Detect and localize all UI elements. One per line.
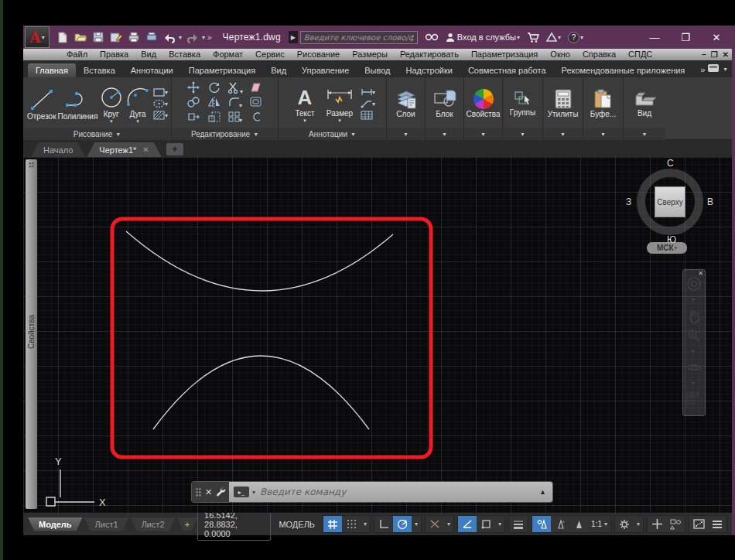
- grid-toggle[interactable]: [323, 516, 342, 532]
- open-file-button[interactable]: [74, 30, 87, 44]
- isodraft-dropdown[interactable]: ▾: [444, 516, 453, 532]
- panel-groups-footer[interactable]: ▼: [503, 128, 542, 140]
- ribbon-tab-insert[interactable]: Вставка: [76, 63, 123, 77]
- hatch-button[interactable]: ▾: [153, 111, 168, 120]
- panel-view-footer[interactable]: ▼: [624, 128, 665, 140]
- command-input[interactable]: [260, 487, 535, 497]
- isodraft-toggle[interactable]: [426, 516, 444, 532]
- polar-dropdown[interactable]: ▾: [412, 516, 421, 532]
- menu-file[interactable]: Файл: [60, 49, 94, 60]
- undo-dropdown[interactable]: ▾: [179, 34, 182, 41]
- menu-format[interactable]: Формат: [207, 49, 249, 60]
- osnap-toggle[interactable]: [477, 516, 495, 532]
- command-input-area[interactable]: ▸_ ▾ ▲: [229, 482, 552, 502]
- doc-restore-button[interactable]: ❐: [711, 50, 718, 59]
- panel-layers-footer[interactable]: ▼: [387, 128, 425, 140]
- annotation-scale-icon[interactable]: [569, 516, 588, 532]
- stretch-button[interactable]: [187, 111, 200, 125]
- navigation-wheel-button[interactable]: [686, 276, 702, 292]
- rectangle-button[interactable]: ▾: [153, 87, 168, 97]
- polyline-button[interactable]: Полилиния: [58, 87, 97, 121]
- trim-button[interactable]: ▾: [227, 81, 243, 97]
- osnap-dropdown[interactable]: ▾: [495, 516, 504, 532]
- navbar-close-icon[interactable]: ✕: [698, 270, 703, 277]
- panel-clipboard-footer[interactable]: ▼: [583, 128, 623, 140]
- annotation-autoscale-toggle[interactable]: [551, 516, 569, 532]
- search-input[interactable]: [300, 31, 418, 44]
- command-expand-icon[interactable]: ▲: [539, 488, 546, 496]
- command-close-icon[interactable]: ✕: [205, 487, 212, 497]
- new-tab-button[interactable]: +: [166, 143, 183, 155]
- mirror-button[interactable]: [208, 97, 220, 111]
- ribbon-minimize-button[interactable]: [708, 64, 720, 74]
- gear-dropdown[interactable]: ▾: [634, 516, 643, 532]
- ribbon-tab-output[interactable]: Вывод: [357, 63, 398, 77]
- ribbon-tab-parametric[interactable]: Параметризация: [181, 63, 263, 77]
- text-button[interactable]: A Текст ▾: [289, 85, 320, 122]
- clean-screen-button[interactable]: [689, 516, 708, 532]
- chevron-down-icon[interactable]: ▾: [252, 489, 255, 496]
- ribbon-tab-manage[interactable]: Управление: [294, 63, 357, 77]
- zoom-button[interactable]: [686, 328, 702, 343]
- save-button[interactable]: [91, 30, 105, 44]
- palette-grip[interactable]: ●●●●: [29, 162, 34, 168]
- circle-button[interactable]: Круг ▾: [98, 84, 124, 123]
- panel-block-footer[interactable]: ▼: [426, 128, 463, 140]
- isolate-objects-button[interactable]: [666, 516, 685, 532]
- groups-button[interactable]: Группы: [503, 77, 542, 128]
- chevron-down-icon[interactable]: ▾: [692, 380, 695, 387]
- array-button[interactable]: ▾: [228, 111, 242, 125]
- copy-button[interactable]: [187, 97, 200, 111]
- store-cart-button[interactable]: [527, 32, 539, 43]
- new-file-button[interactable]: [56, 30, 70, 44]
- layout-tab-list1[interactable]: Лист1: [84, 517, 129, 531]
- menu-insert[interactable]: Вставка: [162, 49, 207, 60]
- ribbon-tab-featured-apps[interactable]: Рекомендованные приложения: [554, 63, 693, 77]
- search-button[interactable]: [425, 32, 439, 42]
- ribbon-tab-addins[interactable]: Надстройки: [398, 63, 460, 77]
- chevron-down-icon[interactable]: ▾: [723, 66, 726, 73]
- drawing-canvas[interactable]: Y X ●●●● Свойства С Ю З В Сверху МСК▾ ✕ …: [23, 157, 732, 513]
- viewcube-west[interactable]: З: [626, 196, 631, 207]
- plot-button[interactable]: [127, 30, 141, 44]
- snap-toggle[interactable]: [342, 516, 361, 532]
- undo-button[interactable]: [162, 30, 176, 44]
- menu-spds[interactable]: СПДС: [622, 49, 658, 60]
- pan-button[interactable]: [687, 308, 701, 323]
- file-tab-start[interactable]: Начало: [31, 142, 85, 157]
- menu-tools[interactable]: Сервис: [249, 49, 291, 60]
- print-preview-button[interactable]: [145, 30, 159, 44]
- panel-modify-footer[interactable]: Редактирование▼: [172, 128, 278, 140]
- layers-button[interactable]: Слои: [387, 77, 425, 128]
- ribbon-expand-icon[interactable]: »: [700, 65, 703, 74]
- ribbon-tab-collaborate[interactable]: Совместная работа: [460, 63, 554, 77]
- offset-button[interactable]: [250, 97, 262, 111]
- customization-gear-button[interactable]: [615, 516, 634, 532]
- properties-palette-bar[interactable]: ●●●● Свойства: [26, 159, 37, 509]
- minimize-button[interactable]: —: [639, 27, 670, 47]
- table-button[interactable]: [361, 111, 375, 120]
- layout-tab-model[interactable]: Модель: [28, 517, 83, 531]
- arc-button[interactable]: Дуга ▾: [125, 84, 150, 123]
- chevron-down-icon[interactable]: ▾: [692, 296, 695, 303]
- ellipse-button[interactable]: ▾: [153, 99, 168, 108]
- properties-button[interactable]: Свойства: [464, 77, 502, 128]
- fillet-button[interactable]: ▾: [228, 97, 242, 111]
- close-button[interactable]: ✕: [701, 27, 732, 47]
- line-button[interactable]: Отрезок: [26, 87, 56, 121]
- lineweight-toggle[interactable]: [509, 516, 528, 532]
- chevron-down-icon[interactable]: ▾: [692, 348, 695, 355]
- panel-annotation-footer[interactable]: Аннотации▼: [279, 128, 386, 140]
- utilities-button[interactable]: Утилиты: [543, 77, 583, 128]
- scale-button[interactable]: [208, 111, 220, 125]
- doc-close-button[interactable]: ✕: [723, 50, 729, 59]
- new-layout-button[interactable]: +: [177, 517, 197, 531]
- ribbon-tab-annotate[interactable]: Аннотации: [123, 63, 181, 77]
- showmotion-button[interactable]: [686, 391, 702, 405]
- erase-button[interactable]: [250, 82, 262, 96]
- redo-dropdown[interactable]: ▾: [202, 34, 205, 41]
- a360-menu[interactable]: ▾: [546, 32, 561, 42]
- viewcube-top-face[interactable]: Сверху: [655, 186, 685, 217]
- menu-help[interactable]: Справка: [576, 49, 622, 60]
- wcs-button[interactable]: МСК▾: [647, 242, 687, 254]
